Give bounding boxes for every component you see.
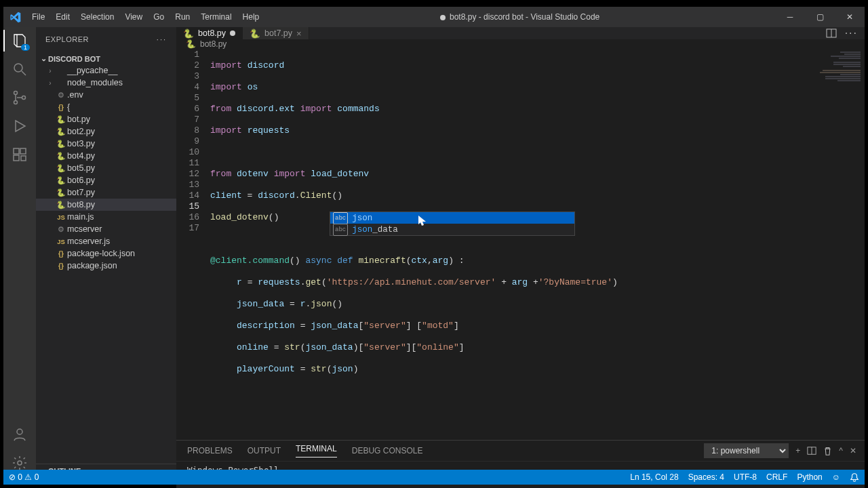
new-terminal-icon[interactable]: + xyxy=(795,446,800,455)
file-name: main.js xyxy=(67,212,94,222)
file-item-package-json[interactable]: {}package.json xyxy=(36,260,176,272)
file-item-bot8-py[interactable]: 🐍bot8.py xyxy=(36,199,176,211)
explorer-icon[interactable]: 1 xyxy=(12,33,28,49)
menu-selection[interactable]: Selection xyxy=(75,12,119,22)
file-name: .env xyxy=(67,90,83,100)
file-type-icon: 🐍 xyxy=(55,201,67,209)
file-item-bot-py[interactable]: 🐍bot.py xyxy=(36,113,176,125)
source-control-icon[interactable] xyxy=(12,89,28,106)
minimize-button[interactable]: ─ xyxy=(775,12,805,22)
sidebar-more-icon[interactable]: ··· xyxy=(157,35,167,43)
minimap[interactable] xyxy=(810,49,865,440)
split-terminal-icon[interactable] xyxy=(807,446,816,455)
panel-tab-terminal[interactable]: TERMINAL xyxy=(296,444,337,458)
extensions-icon[interactable] xyxy=(12,146,28,163)
file-type-icon: {} xyxy=(55,250,67,258)
svg-point-8 xyxy=(17,429,22,434)
terminal-selector[interactable]: 1: powershell xyxy=(704,443,789,458)
svg-rect-4 xyxy=(14,148,19,154)
menu-terminal[interactable]: Terminal xyxy=(195,12,237,22)
status-notifications-icon[interactable] xyxy=(850,472,859,482)
svg-rect-6 xyxy=(14,155,19,161)
menu-view[interactable]: View xyxy=(119,12,148,22)
menu-file[interactable]: File xyxy=(26,12,50,22)
file-item-bot6-py[interactable]: 🐍bot6.py xyxy=(36,174,176,186)
menu-bar: File Edit Selection View Go Run Terminal… xyxy=(26,12,264,22)
file-type-icon: 🐍 xyxy=(55,140,67,148)
status-lncol[interactable]: Ln 15, Col 28 xyxy=(630,472,678,482)
file-item-mcserver-js[interactable]: JSmcserver.js xyxy=(36,235,176,247)
file-item-main-js[interactable]: JSmain.js xyxy=(36,211,176,223)
maximize-button[interactable]: ▢ xyxy=(805,12,835,22)
file-name: package.json xyxy=(67,261,117,270)
tab-bot7[interactable]: 🐍 bot7.py × xyxy=(243,27,309,39)
mouse-cursor-icon xyxy=(418,215,427,227)
python-file-icon: 🐍 xyxy=(186,39,196,49)
file-type-icon: 🐍 xyxy=(55,164,67,173)
modified-dot-icon xyxy=(440,15,446,20)
file-item-bot5-py[interactable]: 🐍bot5.py xyxy=(36,162,176,174)
file-item-__pycache__[interactable]: ›__pycache__ xyxy=(36,64,176,77)
status-language[interactable]: Python xyxy=(797,472,822,482)
menu-help[interactable]: Help xyxy=(237,12,265,22)
folder-root[interactable]: ⌄DISCORD BOT xyxy=(36,53,176,64)
close-button[interactable]: ✕ xyxy=(835,12,865,22)
python-file-icon: 🐍 xyxy=(250,28,260,39)
explorer-badge: 1 xyxy=(21,44,30,51)
file-item-node_modules[interactable]: ›node_modules xyxy=(36,77,176,89)
breadcrumb[interactable]: 🐍 bot8.py xyxy=(176,39,865,49)
status-encoding[interactable]: UTF-8 xyxy=(734,472,757,482)
close-panel-icon[interactable]: ✕ xyxy=(850,446,856,455)
vscode-icon xyxy=(3,12,26,23)
search-icon[interactable] xyxy=(12,61,28,77)
autocomplete-item[interactable]: abc json_data xyxy=(330,224,574,235)
svg-point-0 xyxy=(14,64,22,72)
completion-kind-icon: abc xyxy=(333,212,348,224)
code-content[interactable]: import discord import os from discord.ex… xyxy=(210,49,618,440)
menu-go[interactable]: Go xyxy=(148,12,170,22)
close-tab-icon[interactable]: × xyxy=(296,28,302,39)
more-actions-icon[interactable]: ··· xyxy=(845,27,858,39)
settings-gear-icon[interactable] xyxy=(12,455,28,471)
svg-point-2 xyxy=(14,101,18,104)
explorer-title: EXPLORER xyxy=(45,35,89,43)
menu-run[interactable]: Run xyxy=(170,12,195,22)
file-item-bot4-py[interactable]: 🐍bot4.py xyxy=(36,150,176,162)
file-item-bot3-py[interactable]: 🐍bot3.py xyxy=(36,138,176,150)
file-type-icon: {} xyxy=(55,262,67,270)
autocomplete-popup[interactable]: abc json abc json_data xyxy=(330,211,575,236)
status-errors[interactable]: ⊘ 0 ⚠ 0 xyxy=(9,472,39,482)
file-item-mcserver[interactable]: ⚙mcserver xyxy=(36,223,176,235)
maximize-panel-icon[interactable]: ^ xyxy=(839,446,843,455)
file-type-icon: ⚙ xyxy=(55,225,67,234)
breadcrumb-file: bot8.py xyxy=(200,39,226,49)
svg-point-9 xyxy=(18,461,22,465)
file-item-package-lock-json[interactable]: {}package-lock.json xyxy=(36,247,176,260)
status-feedback-icon[interactable]: ☺ xyxy=(832,472,840,482)
file-item-bot2-py[interactable]: 🐍bot2.py xyxy=(36,125,176,138)
autocomplete-item[interactable]: abc json xyxy=(330,212,574,224)
panel-tab-debug-console[interactable]: DEBUG CONSOLE xyxy=(352,446,423,455)
tab-bot8[interactable]: 🐍 bot8.py xyxy=(176,27,243,39)
panel-tab-problems[interactable]: PROBLEMS xyxy=(187,446,233,455)
status-bar: ⊘ 0 ⚠ 0 Ln 15, Col 28 Spaces: 4 UTF-8 CR… xyxy=(3,470,865,485)
file-name: bot8.py xyxy=(67,200,95,209)
file-item--[interactable]: {}{ xyxy=(36,101,176,113)
run-debug-icon[interactable] xyxy=(12,118,28,134)
account-icon[interactable] xyxy=(12,426,28,443)
menu-edit[interactable]: Edit xyxy=(50,12,75,22)
file-item-bot7-py[interactable]: 🐍bot7.py xyxy=(36,186,176,199)
file-type-icon: 🐍 xyxy=(55,127,67,136)
panel-tab-output[interactable]: OUTPUT xyxy=(248,446,281,455)
explorer-sidebar: EXPLORER ··· ⌄DISCORD BOT ›__pycache__›n… xyxy=(36,27,176,478)
code-editor[interactable]: 1234567891011121314151617 import discord… xyxy=(176,49,865,440)
kill-terminal-icon[interactable] xyxy=(823,447,832,455)
file-name: bot4.py xyxy=(67,151,95,161)
status-spaces[interactable]: Spaces: 4 xyxy=(688,472,724,482)
file-item--env[interactable]: ⚙.env xyxy=(36,89,176,101)
split-editor-icon[interactable] xyxy=(826,28,837,39)
tab-label: bot7.py xyxy=(264,28,292,38)
status-eol[interactable]: CRLF xyxy=(766,472,787,482)
file-name: bot.py xyxy=(67,115,90,124)
file-type-icon: {} xyxy=(55,104,67,111)
